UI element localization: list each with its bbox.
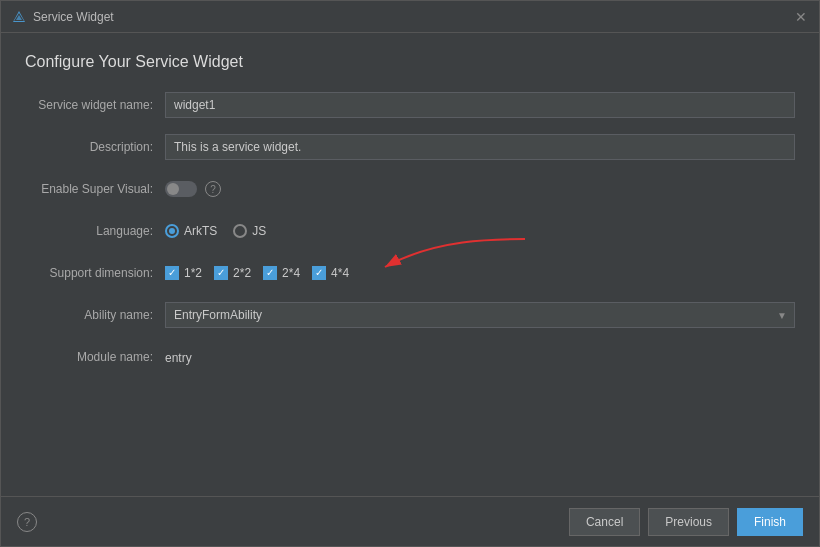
service-widget-name-control <box>165 92 795 118</box>
enable-super-visual-control: ? <box>165 181 795 197</box>
description-input[interactable] <box>165 134 795 160</box>
dimension-checkbox-group: 1*2 2*2 2*4 4*4 <box>165 266 795 280</box>
dimension-2x4-item[interactable]: 2*4 <box>263 266 300 280</box>
dialog-title: Service Widget <box>33 10 114 24</box>
dimension-4x4-item[interactable]: 4*4 <box>312 266 349 280</box>
page-title: Configure Your Service Widget <box>25 53 795 71</box>
description-row: Description: <box>25 133 795 161</box>
description-label: Description: <box>25 140 165 154</box>
dimension-2x4-checkbox[interactable] <box>263 266 277 280</box>
close-button[interactable]: ✕ <box>793 9 809 25</box>
previous-button[interactable]: Previous <box>648 508 729 536</box>
ability-name-select-wrapper: EntryFormAbility ▼ <box>165 302 795 328</box>
enable-super-visual-row: Enable Super Visual: ? <box>25 175 795 203</box>
description-control <box>165 134 795 160</box>
service-widget-name-input[interactable] <box>165 92 795 118</box>
toggle-knob <box>167 183 179 195</box>
language-label: Language: <box>25 224 165 238</box>
arkts-radio-button[interactable] <box>165 224 179 238</box>
ability-name-row: Ability name: EntryFormAbility ▼ <box>25 301 795 329</box>
finish-button[interactable]: Finish <box>737 508 803 536</box>
service-widget-name-label: Service widget name: <box>25 98 165 112</box>
dialog: Service Widget ✕ Configure Your Service … <box>0 0 820 547</box>
dimension-2x2-checkbox[interactable] <box>214 266 228 280</box>
arkts-radio-label: ArkTS <box>184 224 217 238</box>
titlebar: Service Widget ✕ <box>1 1 819 33</box>
language-row: Language: ArkTS JS <box>25 217 795 245</box>
language-js-option[interactable]: JS <box>233 224 266 238</box>
titlebar-left: Service Widget <box>11 9 114 25</box>
js-radio-label: JS <box>252 224 266 238</box>
footer-right: Cancel Previous Finish <box>569 508 803 536</box>
js-radio-button[interactable] <box>233 224 247 238</box>
module-name-control: entry <box>165 350 795 365</box>
support-dimension-control: 1*2 2*2 2*4 4*4 <box>165 266 795 280</box>
module-name-label: Module name: <box>25 350 165 364</box>
language-arkts-option[interactable]: ArkTS <box>165 224 217 238</box>
language-control: ArkTS JS <box>165 224 795 238</box>
ability-name-select[interactable]: EntryFormAbility <box>165 302 795 328</box>
dimension-2x2-item[interactable]: 2*2 <box>214 266 251 280</box>
dimension-4x4-checkbox[interactable] <box>312 266 326 280</box>
dialog-footer: ? Cancel Previous Finish <box>1 496 819 546</box>
footer-help-button[interactable]: ? <box>17 512 37 532</box>
super-visual-help-icon[interactable]: ? <box>205 181 221 197</box>
ability-name-control: EntryFormAbility ▼ <box>165 302 795 328</box>
app-icon <box>11 9 27 25</box>
module-name-value: entry <box>165 351 192 365</box>
super-visual-toggle[interactable] <box>165 181 197 197</box>
footer-left: ? <box>17 512 37 532</box>
service-widget-name-row: Service widget name: <box>25 91 795 119</box>
language-radio-group: ArkTS JS <box>165 224 795 238</box>
dimension-4x4-label: 4*4 <box>331 266 349 280</box>
dimension-1x2-label: 1*2 <box>184 266 202 280</box>
module-name-row: Module name: entry <box>25 343 795 371</box>
support-dimension-row: Support dimension: 1*2 2*2 2*4 <box>25 259 795 287</box>
dimension-2x2-label: 2*2 <box>233 266 251 280</box>
enable-super-visual-label: Enable Super Visual: <box>25 182 165 196</box>
dialog-content: Configure Your Service Widget Service wi… <box>1 33 819 496</box>
ability-name-label: Ability name: <box>25 308 165 322</box>
dimension-2x4-label: 2*4 <box>282 266 300 280</box>
dimension-1x2-checkbox[interactable] <box>165 266 179 280</box>
cancel-button[interactable]: Cancel <box>569 508 640 536</box>
support-dimension-label: Support dimension: <box>25 266 165 280</box>
dimension-1x2-item[interactable]: 1*2 <box>165 266 202 280</box>
